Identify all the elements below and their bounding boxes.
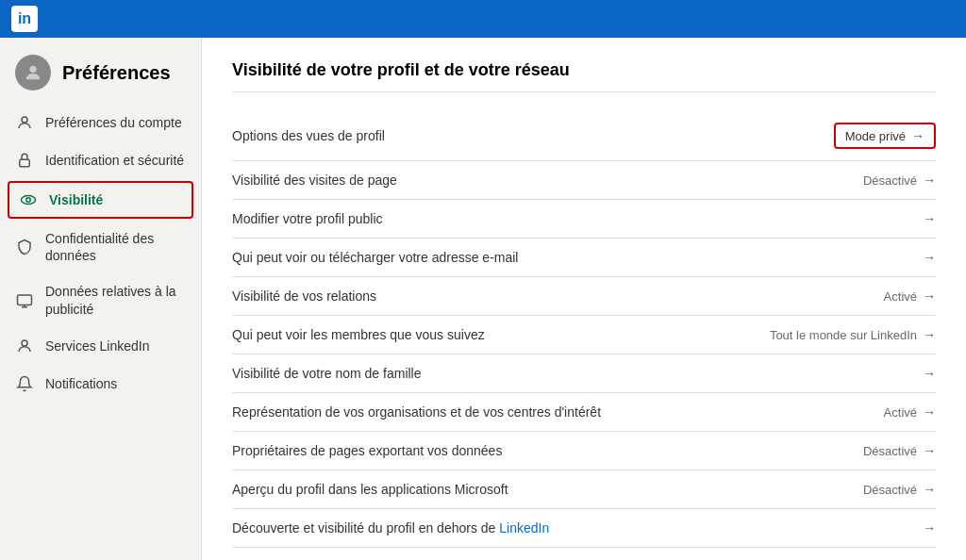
avatar: [15, 55, 51, 91]
settings-row-page-owners[interactable]: Propriétaires de pages exportant vos don…: [232, 432, 936, 470]
linkedin-logo: in: [11, 6, 38, 32]
sidebar-item-visibility[interactable]: Visibilité: [8, 181, 193, 219]
row-label-page-owners: Propriétaires de pages exportant vos don…: [232, 443, 863, 458]
top-bar: in: [0, 0, 966, 38]
person-icon: [15, 113, 34, 132]
sidebar-item-account-label: Préférences du compte: [45, 114, 182, 131]
row-value-connections: Activé →: [884, 288, 936, 304]
arrow-icon-7: →: [923, 404, 936, 420]
settings-row-profile-views[interactable]: Options des vues de profil Mode privé →: [232, 111, 936, 161]
row-label-following: Qui peut voir les membres que vous suive…: [232, 327, 770, 342]
sidebar-item-advertising-label: Données relatives à la publicité: [45, 283, 186, 317]
ad-icon: [15, 291, 34, 310]
settings-row-email-discovery[interactable]: Découverte du profil en utilisant l'adre…: [232, 548, 936, 560]
settings-row-edit-profile[interactable]: Modifier votre profil public →: [232, 200, 936, 239]
sidebar-item-notifications[interactable]: Notifications: [0, 365, 201, 403]
svg-point-1: [22, 117, 27, 123]
sidebar-item-privacy[interactable]: Confidentialité des données: [0, 221, 201, 273]
row-label-edit-profile: Modifier votre profil public: [232, 211, 923, 226]
settings-row-orgs[interactable]: Représentation de vos organisations et d…: [232, 393, 936, 432]
sidebar-item-visibility-label: Visibilité: [49, 191, 103, 208]
row-label-lastname: Visibilité de votre nom de famille: [232, 366, 923, 381]
svg-rect-2: [20, 159, 30, 167]
settings-row-email-visibility[interactable]: Qui peut voir ou télécharger votre adres…: [232, 239, 936, 277]
row-label-page-visits: Visibilité des visites de page: [232, 173, 863, 188]
sidebar-item-notifications-label: Notifications: [45, 375, 117, 392]
arrow-icon-4: →: [923, 288, 936, 304]
arrow-icon-1: →: [923, 173, 936, 188]
sidebar-item-privacy-label: Confidentialité des données: [45, 230, 186, 264]
row-label-profile-views: Options des vues de profil: [232, 128, 834, 143]
content-area: Visibilité de votre profil et de votre r…: [202, 38, 966, 560]
row-value-microsoft: Désactivé →: [863, 482, 936, 497]
arrow-icon-3: →: [923, 250, 936, 265]
section-title: Visibilité de votre profil et de votre r…: [232, 60, 936, 92]
row-value-outside-linkedin: →: [923, 520, 936, 535]
arrow-icon-8: →: [923, 443, 936, 458]
sidebar: Préférences Préférences du compte Identi…: [0, 38, 202, 560]
bell-icon: [15, 374, 34, 393]
row-value-following: Tout le monde sur LinkedIn →: [770, 327, 936, 342]
svg-point-0: [29, 66, 36, 73]
row-value-email-visibility: →: [923, 250, 936, 265]
sidebar-item-services[interactable]: Services LinkedIn: [0, 327, 201, 365]
lock-icon: [15, 151, 34, 170]
main-layout: Préférences Préférences du compte Identi…: [0, 38, 966, 560]
svg-point-4: [26, 198, 31, 203]
sidebar-item-security[interactable]: Identification et sécurité: [0, 141, 201, 179]
settings-row-connections[interactable]: Visibilité de vos relations Activé →: [232, 277, 936, 316]
row-value-page-owners: Désactivé →: [863, 443, 936, 458]
settings-row-following[interactable]: Qui peut voir les membres que vous suive…: [232, 316, 936, 354]
row-label-outside-linkedin: Découverte et visibilité du profil en de…: [232, 520, 923, 535]
services-icon: [15, 337, 34, 355]
svg-rect-5: [18, 295, 32, 305]
eye-icon: [19, 190, 38, 209]
sidebar-title: Préférences: [62, 62, 171, 84]
arrow-icon-0: →: [911, 128, 924, 143]
row-value-profile-views: Mode privé →: [834, 123, 936, 149]
row-value-edit-profile: →: [923, 211, 936, 226]
row-value-lastname: →: [923, 366, 936, 381]
settings-row-microsoft[interactable]: Aperçu du profil dans les applications M…: [232, 470, 936, 509]
arrow-icon-5: →: [923, 327, 936, 342]
sidebar-item-account[interactable]: Préférences du compte: [0, 104, 201, 141]
sidebar-header: Préférences: [0, 38, 201, 104]
shield-icon: [15, 238, 34, 256]
row-label-connections: Visibilité de vos relations: [232, 288, 884, 304]
row-label-email-visibility: Qui peut voir ou télécharger votre adres…: [232, 250, 923, 265]
settings-row-outside-linkedin[interactable]: Découverte et visibilité du profil en de…: [232, 509, 936, 548]
sidebar-item-advertising[interactable]: Données relatives à la publicité: [0, 273, 201, 326]
svg-point-8: [22, 340, 27, 346]
row-label-orgs: Représentation de vos organisations et d…: [232, 404, 884, 420]
settings-row-lastname[interactable]: Visibilité de votre nom de famille →: [232, 354, 936, 393]
row-value-page-visits: Désactivé →: [863, 173, 936, 188]
arrow-icon-10: →: [923, 520, 936, 535]
arrow-icon-9: →: [923, 482, 936, 497]
settings-row-page-visits[interactable]: Visibilité des visites de page Désactivé…: [232, 161, 936, 200]
sidebar-item-security-label: Identification et sécurité: [45, 152, 184, 169]
svg-point-3: [22, 196, 36, 205]
sidebar-item-services-label: Services LinkedIn: [45, 338, 150, 354]
arrow-icon-6: →: [923, 366, 936, 381]
row-label-microsoft: Aperçu du profil dans les applications M…: [232, 482, 863, 497]
row-value-orgs: Activé →: [884, 404, 936, 420]
arrow-icon-2: →: [923, 211, 936, 226]
